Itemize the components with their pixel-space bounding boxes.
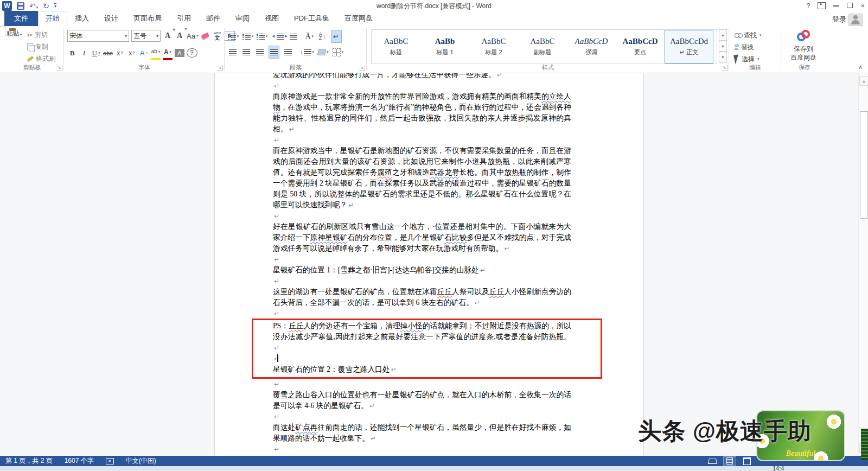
sort-button[interactable]: AZ↓	[318, 30, 328, 42]
style-heading2[interactable]: AaBbC标题 2	[469, 30, 518, 63]
decrease-indent-button[interactable]	[276, 30, 285, 42]
asian-layout-button[interactable]: Ǎ▾	[305, 30, 315, 42]
clipboard-dialog-launcher[interactable]: ↘	[56, 65, 62, 71]
tab-baidu-pan[interactable]: 百度网盘	[337, 11, 380, 26]
font-family-combo[interactable]: 宋体▾	[67, 30, 129, 42]
proofing-status-icon[interactable]: ✕	[106, 458, 114, 464]
enclose-characters-button[interactable]: 字	[187, 48, 197, 58]
paragraph[interactable]: 爱玩游戏的小伙伴们能够打成一片，才能够在生活中获得一些乐趣。↵	[273, 73, 571, 80]
tab-review[interactable]: 审阅	[228, 11, 257, 26]
styles-dialog-launcher[interactable]: ↘	[722, 65, 727, 71]
minimize-button[interactable]	[833, 5, 839, 7]
numbering-button[interactable]: ▾	[242, 30, 254, 42]
paragraph[interactable]: ↵	[273, 211, 571, 221]
tab-insert[interactable]: 插入	[67, 11, 97, 26]
paragraph[interactable]: 而这处矿点再往前面走的话，还能找到一个星银矿石，虽然量少，但是胜在好找不麻烦，如…	[273, 422, 571, 444]
paste-button[interactable]: 粘贴▾	[3, 29, 25, 67]
shading-button[interactable]: ▾	[318, 46, 329, 58]
borders-button[interactable]: ▾	[333, 46, 344, 58]
style-strong[interactable]: AaBbCcD要点	[616, 30, 665, 63]
tab-pdf-tools[interactable]: PDF工具集	[286, 11, 337, 26]
paragraph[interactable]: 覆雪之路山谷入口的位置处也有一处星银矿石的矿点，就在入口的木桥前，全收集一次的话…	[273, 390, 571, 411]
tab-file[interactable]: 文件	[4, 11, 38, 26]
shrink-font-button[interactable]: A▼	[175, 30, 184, 42]
paragraph[interactable]: 而原神游戏是一款非常全新的开放性的世界冒险游戏，游戏拥有精美的画面和精美的立绘人…	[273, 91, 571, 135]
web-layout-button[interactable]	[741, 457, 753, 465]
grow-font-button[interactable]: A▲	[163, 30, 173, 42]
styles-scroll-down-button[interactable]: ▼	[719, 41, 727, 52]
help-button[interactable]: ?	[806, 2, 810, 9]
language-indicator[interactable]: 中文(中国)	[126, 456, 156, 466]
style-heading1[interactable]: AaBb标题 1	[420, 30, 469, 63]
show-formatting-marks-button[interactable]: ↵	[331, 30, 342, 43]
italic-button[interactable]: I	[79, 47, 89, 59]
word-count[interactable]: 1607 个字	[65, 456, 94, 466]
line-spacing-button[interactable]: ↕▾	[300, 46, 314, 58]
paragraph[interactable]: ↵	[273, 135, 571, 145]
subscript-button[interactable]: x2	[115, 47, 125, 59]
paragraph[interactable]: ↵	[273, 276, 571, 287]
justify-button[interactable]	[269, 46, 279, 59]
bullets-button[interactable]: ▾	[228, 30, 239, 42]
copy-button[interactable]: 复制	[27, 42, 55, 52]
replace-button[interactable]: abac替换	[735, 42, 762, 53]
style-subtitle[interactable]: AaBbC副标题	[518, 30, 567, 63]
page-indicator[interactable]: 第 1 页，共 2 页	[5, 456, 53, 466]
scroll-up-button[interactable]: ▲	[859, 76, 868, 86]
document-page[interactable]: 爱玩游戏的小伙伴们能够打成一片，才能够在生活中获得一些乐趣。↵↵而原神游戏是一款…	[214, 73, 644, 456]
account-avatar[interactable]	[848, 14, 863, 26]
paragraph[interactable]: 星银矿石的位置 1：[雪葬之都·旧宫]-[达达乌帕谷]交接的山脉处↵	[273, 265, 571, 276]
style-normal[interactable]: AaBbCcDd↵ 正文	[665, 30, 713, 63]
superscript-button[interactable]: x2	[127, 47, 137, 59]
paragraph[interactable]: ↵	[273, 411, 571, 422]
paragraph-dialog-launcher[interactable]: ↘	[359, 65, 365, 71]
close-button[interactable]: ×	[860, 2, 865, 9]
save-to-baidu-pan-button[interactable]: 保存到 百度网盘	[786, 29, 821, 62]
select-button[interactable]: 选择▾	[735, 54, 762, 65]
underline-button[interactable]: U▾	[91, 47, 101, 59]
tab-references[interactable]: 引用	[169, 11, 199, 26]
paragraph[interactable]: 星银矿石的位置 2：覆雪之路入口处↵	[273, 364, 571, 375]
find-button[interactable]: 查找▾	[735, 30, 762, 41]
vertical-scrollbar[interactable]: ▲ ▼	[858, 73, 868, 456]
multilevel-list-button[interactable]: ▾	[257, 30, 268, 42]
text-effects-button[interactable]: A▾	[139, 47, 149, 59]
paragraph[interactable]: ↵	[273, 254, 571, 265]
cut-button[interactable]: ✂剪切	[27, 30, 55, 40]
align-right-button[interactable]	[255, 46, 265, 58]
font-dialog-launcher[interactable]: ↘	[217, 65, 223, 71]
paragraph[interactable]: 这里的湖边有一处星银矿石的矿点，位置就在冰霜丘丘人祭司以及丘丘人小怪刷新点旁边的…	[273, 287, 571, 308]
restore-button[interactable]	[847, 3, 853, 8]
styles-more-button[interactable]: ▼	[719, 52, 727, 63]
paragraph[interactable]: PS：丘丘人的旁边还有一个宝箱，清理掉小怪的话就能拿到；不过附近是没有热源的，所…	[273, 321, 571, 353]
sign-in-link[interactable]: 登录	[832, 15, 846, 24]
tab-home[interactable]: 开始	[38, 11, 67, 26]
font-size-combo[interactable]: 五号▾	[131, 30, 161, 42]
clear-formatting-button[interactable]	[200, 30, 210, 42]
align-center-button[interactable]	[241, 46, 251, 58]
change-case-button[interactable]: Aa▾	[187, 30, 198, 42]
collapse-ribbon-button[interactable]: ∧	[858, 63, 863, 71]
tab-design[interactable]: 设计	[97, 11, 126, 26]
read-mode-button[interactable]	[706, 457, 718, 465]
strikethrough-button[interactable]: abc	[103, 47, 113, 59]
tab-page-layout[interactable]: 页面布局	[126, 11, 169, 26]
bold-button[interactable]: B	[67, 47, 77, 59]
font-color-button[interactable]: A▾	[163, 46, 173, 60]
style-subtle-emphasis[interactable]: AaBbCcD不明显强调	[713, 30, 717, 63]
highlight-color-button[interactable]: ab▾	[151, 46, 161, 60]
character-shading-button[interactable]: A	[175, 49, 184, 57]
format-painter-button[interactable]: 格式刷	[27, 54, 55, 63]
phonetic-guide-button[interactable]: wén文	[212, 30, 222, 42]
scrollbar-thumb[interactable]	[860, 111, 868, 219]
styles-scroll-up-button[interactable]: ▲	[719, 29, 727, 41]
paragraph[interactable]: ↵	[273, 353, 571, 364]
ribbon-display-options-button[interactable]	[818, 2, 826, 9]
align-left-button[interactable]	[228, 46, 238, 58]
paragraph[interactable]: ↵	[273, 379, 571, 390]
increase-indent-button[interactable]	[289, 30, 298, 42]
tab-view[interactable]: 视图	[257, 11, 286, 26]
print-layout-button[interactable]	[724, 457, 736, 465]
paragraph[interactable]: ↵	[273, 444, 571, 455]
style-title[interactable]: AaBbC标题	[372, 30, 420, 63]
